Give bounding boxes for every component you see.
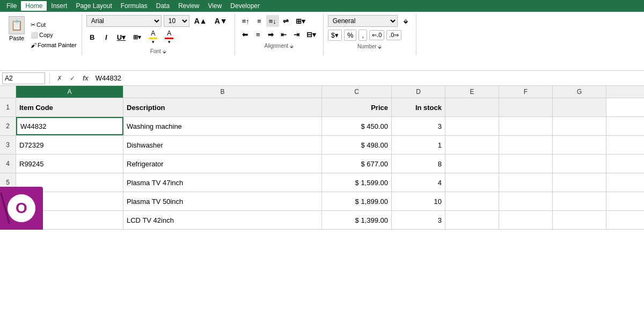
cell-g4[interactable] [553,155,606,173]
menu-home[interactable]: Home [21,1,47,11]
cell-g1[interactable] [553,98,606,116]
cell-e5[interactable] [445,173,499,192]
increase-decimal-button[interactable]: .0⇒ [386,30,401,40]
cell-g6[interactable] [553,192,606,210]
align-center-button[interactable]: ≡ [252,28,264,40]
cell-g7[interactable] [553,211,606,229]
col-header-a[interactable]: A [16,86,123,98]
number-format-select[interactable]: General [328,15,398,27]
col-header-d[interactable]: D [392,86,445,98]
font-size-select[interactable]: 10 [164,15,189,27]
cell-d4[interactable]: 8 [392,155,445,173]
cell-b5[interactable]: Plasma TV 47inch [123,173,322,192]
cancel-icon[interactable]: ✗ [54,73,65,84]
row-header-1[interactable]: 1 [0,98,16,116]
font-color-button[interactable]: A ▾ [162,28,176,46]
copy-button[interactable]: ⬜ Copy [29,31,78,40]
cell-f4[interactable] [499,155,553,173]
cut-button[interactable]: ✂ Cut [29,20,78,30]
col-header-g[interactable]: G [553,86,606,98]
cell-c3[interactable]: $ 498.00 [322,136,392,154]
align-middle-button[interactable]: ≡ [253,15,265,27]
cell-c5[interactable]: $ 1,599.00 [322,173,392,192]
menu-insert[interactable]: Insert [47,1,71,11]
cell-b4[interactable]: Refrigerator [123,155,322,173]
cell-b2[interactable]: Washing machine [123,117,322,135]
percent-button[interactable]: % [344,30,357,41]
cell-f3[interactable] [499,136,553,154]
cell-e7[interactable] [445,211,499,229]
increase-indent-button[interactable]: ⇥ [291,28,303,40]
cell-b1[interactable]: Description [123,98,322,116]
formula-input[interactable] [93,73,642,83]
align-left-button[interactable]: ⬅ [239,28,251,40]
cell-b6[interactable]: Plasma TV 50inch [123,192,322,210]
col-header-c[interactable]: C [322,86,392,98]
row-header-2[interactable]: 2 [0,117,16,135]
paste-button[interactable]: 📋 Paste [6,15,27,54]
cell-c4[interactable]: $ 677.00 [322,155,392,173]
cell-b7[interactable]: LCD TV 42inch [123,211,322,229]
name-box[interactable] [2,72,45,84]
decrease-indent-button[interactable]: ⇤ [278,28,290,40]
merge-button[interactable]: ⊞▾ [293,15,308,27]
cell-d2[interactable]: 3 [392,117,445,135]
fx-icon[interactable]: fx [80,73,91,84]
cell-e2[interactable] [445,117,499,135]
cell-e4[interactable] [445,155,499,173]
border-button[interactable]: ⊞▾ [130,31,144,43]
decrease-decimal-button[interactable]: ⇐.0 [369,30,384,40]
underline-button[interactable]: U▾ [114,31,128,43]
cell-b3[interactable]: Dishwasher [123,136,322,154]
cell-e6[interactable] [445,192,499,210]
table-format-button[interactable]: ⊟▾ [304,28,319,40]
number-format-expand[interactable]: ⬙ [400,15,412,27]
highlight-color-button[interactable]: A ▾ [146,28,160,46]
cell-a1[interactable]: Item Code [16,98,123,116]
font-name-select[interactable]: Arial [86,15,162,27]
col-header-e[interactable]: E [445,86,499,98]
currency-button[interactable]: $▾ [328,30,342,41]
cell-d1[interactable]: In stock [392,98,445,116]
cell-a4[interactable]: R99245 [16,155,123,173]
cell-g5[interactable] [553,173,606,192]
bold-button[interactable]: B [86,31,98,43]
cell-f1[interactable] [499,98,553,116]
comma-button[interactable]: , [358,30,367,41]
wrap-text-button[interactable]: ⇌ [280,15,292,27]
cell-e3[interactable] [445,136,499,154]
cell-c7[interactable]: $ 1,399.00 [322,211,392,229]
row-header-4[interactable]: 4 [0,155,16,173]
col-header-f[interactable]: F [499,86,553,98]
menu-review[interactable]: Review [174,1,203,11]
cell-c1[interactable]: Price [322,98,392,116]
align-right-button[interactable]: ➡ [265,28,277,40]
cell-d5[interactable]: 4 [392,173,445,192]
align-bottom-button[interactable]: ≡↓ [266,15,279,27]
cell-a3[interactable]: D72329 [16,136,123,154]
cell-d7[interactable]: 3 [392,211,445,229]
cell-d6[interactable]: 10 [392,192,445,210]
align-top-button[interactable]: ≡↑ [239,15,252,27]
decrease-font-button[interactable]: A▼ [212,15,230,27]
cell-f2[interactable] [499,117,553,135]
menu-page-layout[interactable]: Page Layout [71,1,116,11]
confirm-icon[interactable]: ✓ [67,73,78,84]
cell-g2[interactable] [553,117,606,135]
menu-file[interactable]: File [2,1,21,11]
format-painter-button[interactable]: 🖌 Format Painter [29,41,78,49]
cell-d3[interactable]: 1 [392,136,445,154]
cell-f7[interactable] [499,211,553,229]
menu-formulas[interactable]: Formulas [116,1,152,11]
cell-f6[interactable] [499,192,553,210]
menu-data[interactable]: Data [152,1,174,11]
cell-f5[interactable] [499,173,553,192]
cell-g3[interactable] [553,136,606,154]
row-header-3[interactable]: 3 [0,136,16,154]
cell-c2[interactable]: $ 450.00 [322,117,392,135]
menu-developer[interactable]: Developer [226,1,264,11]
cell-e1[interactable] [445,98,499,116]
italic-button[interactable]: I [100,31,112,43]
cell-a2[interactable]: W44832 [16,117,123,135]
col-header-b[interactable]: B [123,86,322,98]
